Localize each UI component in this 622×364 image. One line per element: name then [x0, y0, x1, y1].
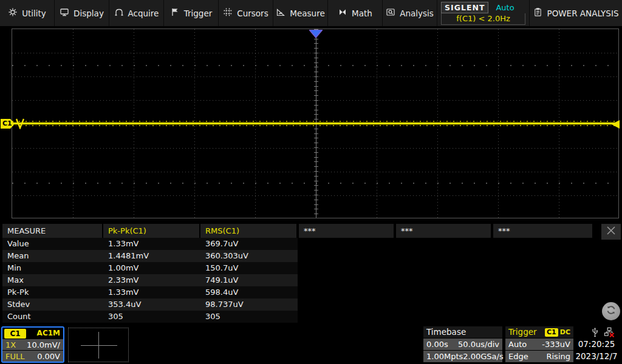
stat-label: Count — [7, 311, 31, 323]
menu-label: POWER ANALYSIS — [547, 8, 619, 18]
menu-label: Measure — [290, 8, 324, 18]
menu-item-acquire[interactable]: Acquire — [109, 0, 164, 26]
clock-date: 2023/12/7 — [573, 351, 620, 361]
timebase-box[interactable]: Timebase 0.00s 50.0us/div 1.00Mpts 2.00G… — [423, 326, 502, 362]
crosshair-icon — [81, 345, 117, 346]
measure-header-empty-1[interactable]: *** — [299, 224, 394, 238]
acquisition-status: Auto — [496, 3, 514, 12]
brand-status-box: SIGLENT Auto f(C1) < 2.0Hz — [437, 0, 530, 26]
clipboard-icon — [533, 7, 542, 19]
channel-coupling: AC1M — [26, 329, 63, 337]
flag-icon — [170, 7, 180, 19]
trigger-title: Trigger — [508, 326, 537, 338]
probe-attenuation: 1X — [5, 340, 16, 349]
table-row: Stdev 353.4uV 98.737uV — [0, 298, 622, 311]
table-row: Pk-Pk 1.33mV 598.4uV — [0, 286, 622, 298]
measure-icon — [276, 7, 285, 19]
timebase-delay: 0.00s — [426, 340, 448, 349]
channel1-trace-noise — [12, 125, 618, 126]
menu-label: Math — [352, 8, 372, 18]
trigger-type: Edge — [508, 352, 528, 361]
analysis-icon — [386, 7, 395, 19]
menu-item-cursors[interactable]: Cursors — [219, 0, 273, 26]
trigger-source-badge: C1 — [545, 328, 558, 337]
table-row: Max 2.33mV 749.1uV — [0, 274, 622, 286]
stat-value: 749.1uV — [205, 274, 238, 286]
menu-label: Trigger — [184, 8, 213, 18]
sample-rate: 2.00GSa/s — [463, 352, 503, 361]
channel1-settings-box[interactable]: C1 AC1M 1X 10.0mV/ FULL 0.00V — [1, 326, 64, 363]
measure-header-rms[interactable]: RMS(C1) — [200, 224, 296, 238]
measure-header-empty-3[interactable]: *** — [493, 224, 592, 238]
stat-label: Mean — [7, 250, 29, 262]
stat-value: 369.7uV — [205, 238, 238, 250]
clock-time: 07:20:25 — [573, 339, 620, 349]
menu-item-utility[interactable]: Utility — [0, 0, 55, 26]
stat-value: 305 — [108, 311, 123, 323]
table-row: Count 305 305 — [0, 311, 622, 323]
measure-header-empty-2[interactable]: *** — [396, 224, 491, 238]
menu-label: Analysis — [400, 8, 434, 18]
menu-label: Utility — [22, 8, 46, 18]
gesture-button[interactable] — [602, 302, 620, 320]
stat-value: 353.4uV — [108, 298, 141, 311]
stat-value: 150.7uV — [205, 262, 238, 274]
channel1-trace-noise — [12, 121, 618, 122]
menu-item-trigger[interactable]: Trigger — [164, 0, 219, 26]
status-icons — [590, 327, 615, 340]
stat-label: Max — [7, 274, 24, 286]
trigger-position-marker[interactable] — [309, 29, 323, 41]
measure-header-title: MEASURE — [2, 224, 102, 238]
measure-table: Value 1.33mV 369.7uV Mean 1.4481mV 360.3… — [0, 238, 622, 323]
timebase-title: Timebase — [423, 326, 502, 338]
add-channel-placeholder[interactable] — [68, 328, 129, 362]
trigger-coupling-badge: DC — [560, 328, 570, 337]
oscilloscope-screen: Utility Display Acquire Trigger Cursors … — [0, 0, 622, 364]
stat-label: Min — [7, 262, 21, 274]
frequency-counter: f(C1) < 2.0Hz — [441, 13, 525, 25]
vertical-offset: 0.00V — [37, 352, 60, 361]
stat-value: 1.4481mV — [108, 250, 149, 262]
cursors-icon — [223, 7, 233, 19]
display-icon — [60, 7, 69, 19]
stat-label: Value — [7, 238, 29, 250]
crosshair-icon — [98, 332, 99, 359]
channel1-trace — [12, 123, 618, 124]
stat-label: Stdev — [7, 298, 30, 311]
trace-glitch — [16, 118, 24, 132]
acquire-icon — [114, 7, 124, 19]
stat-value: 1.33mV — [108, 238, 139, 250]
table-row: Mean 1.4481mV 360.303uV — [0, 250, 622, 262]
channel-badge: C1 — [4, 329, 26, 339]
stat-value: 2.33mV — [108, 274, 139, 286]
menu-item-math[interactable]: Math — [328, 0, 383, 26]
table-row: Value 1.33mV 369.7uV — [0, 238, 622, 250]
network-error-icon — [604, 327, 615, 340]
menu-bar: Utility Display Acquire Trigger Cursors … — [0, 0, 622, 26]
stat-value: 598.4uV — [205, 286, 238, 298]
menu-label: Display — [73, 8, 104, 18]
menu-label: Acquire — [128, 8, 159, 18]
menu-item-analysis[interactable]: Analysis — [383, 0, 437, 26]
menu-item-display[interactable]: Display — [55, 0, 109, 26]
close-icon — [606, 225, 617, 238]
stat-value: 98.737uV — [205, 298, 244, 311]
trigger-slope: Rising — [546, 352, 570, 361]
waveform-display — [12, 29, 619, 218]
menu-item-measure[interactable]: Measure — [273, 0, 328, 26]
bandwidth-limit: FULL — [5, 352, 24, 361]
trigger-mode: Auto — [508, 340, 527, 349]
table-row: Min 1.00mV 150.7uV — [0, 262, 622, 274]
stat-label: Pk-Pk — [7, 286, 29, 298]
refresh-icon — [605, 304, 617, 318]
trigger-box[interactable]: Trigger C1 DC Auto -333uV Edge Rising — [505, 326, 573, 362]
menu-item-power-analysis[interactable]: POWER ANALYSIS — [530, 0, 622, 26]
stat-value: 1.00mV — [108, 262, 139, 274]
stat-value: 1.33mV — [108, 286, 139, 298]
menu-label: Cursors — [237, 8, 268, 18]
timebase-scale: 50.0us/div — [458, 340, 499, 349]
measure-header-pkpk[interactable]: Pk-Pk(C1) — [103, 224, 199, 238]
trigger-level: -333uV — [542, 340, 570, 349]
usb-icon — [590, 327, 600, 340]
stat-value: 360.303uV — [205, 250, 248, 262]
